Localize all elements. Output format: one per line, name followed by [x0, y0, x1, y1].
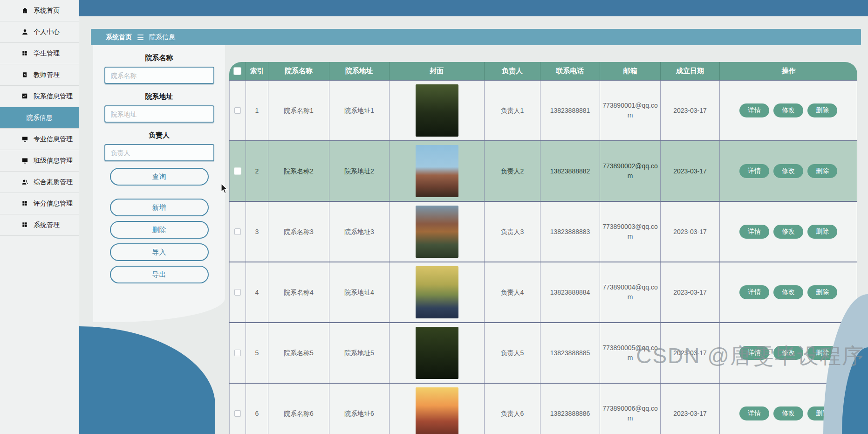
monitor-icon — [21, 136, 29, 143]
export-button[interactable]: 导出 — [110, 266, 209, 283]
detail-button[interactable]: 详情 — [739, 285, 769, 299]
detail-button[interactable]: 详情 — [739, 103, 769, 117]
table-row[interactable]: 2院系名称2院系地址2负责人213823888882773890002@qq.c… — [229, 140, 857, 201]
sidebar-item-label: 院系信息 — [27, 114, 53, 122]
dept-name: 院系名称5 — [268, 323, 329, 383]
table-row[interactable]: 1院系名称1院系地址1负责人113823888881773890001@qq.c… — [229, 80, 857, 140]
row-actions-cell: 详情修改删除 — [720, 81, 857, 140]
detail-button[interactable]: 详情 — [739, 164, 769, 178]
sidebar-item-1[interactable]: 系统首页 — [0, 0, 79, 21]
table-row[interactable]: 5院系名称5院系地址5负责人513823888885773890005@qq.c… — [229, 322, 857, 383]
sidebar-item-8[interactable]: 班级信息管理 — [0, 150, 79, 172]
dept-address: 院系地址2 — [329, 141, 390, 201]
dept-name: 院系名称6 — [268, 384, 329, 434]
dept-email: 773890005@qq.com — [600, 323, 661, 383]
row-delete-button[interactable]: 删除 — [807, 164, 837, 178]
row-actions-cell: 详情修改删除 — [720, 141, 857, 201]
detail-button[interactable]: 详情 — [739, 346, 769, 360]
breadcrumb-home-link[interactable]: 系统首页 — [106, 33, 132, 41]
edit-button[interactable]: 修改 — [773, 406, 803, 420]
dept-date: 2023-03-17 — [661, 262, 720, 322]
sidebar-item-label: 系统管理 — [34, 221, 60, 229]
dept-phone: 13823888882 — [540, 141, 600, 201]
row-delete-button[interactable]: 删除 — [807, 103, 837, 117]
dept-cover-cell — [390, 81, 485, 140]
row-checkbox-cell — [229, 81, 246, 140]
campus-photo-1[interactable] — [416, 84, 458, 137]
dept-email: 773890002@qq.com — [600, 141, 661, 201]
table-header-row: 索引院系名称院系地址封面负责人联系电话邮箱成立日期操作 — [229, 62, 857, 80]
row-delete-button[interactable]: 删除 — [807, 285, 837, 299]
row-checkbox[interactable] — [234, 410, 241, 417]
grid-icon — [21, 50, 29, 57]
clipboard-icon — [21, 71, 29, 79]
detail-button[interactable]: 详情 — [739, 225, 769, 239]
table-column-header: 成立日期 — [661, 62, 720, 80]
dept-manager-label: 负责人 — [93, 131, 225, 140]
campus-photo-6[interactable] — [416, 387, 458, 434]
edit-button[interactable]: 修改 — [773, 103, 803, 117]
dept-manager: 负责人5 — [485, 323, 540, 383]
dept-address: 院系地址1 — [329, 81, 390, 140]
sidebar-item-label: 班级信息管理 — [34, 157, 73, 165]
table-row[interactable]: 6院系名称6院系地址6负责人613823888886773890006@qq.c… — [229, 383, 857, 434]
top-bar — [79, 0, 868, 16]
edit-button[interactable]: 修改 — [773, 164, 803, 178]
table-column-header: 索引 — [246, 62, 268, 80]
dept-address: 院系地址5 — [329, 323, 390, 383]
dept-cover-cell — [390, 262, 485, 322]
import-button[interactable]: 导入 — [110, 243, 209, 261]
search-panel: 院系名称 院系地址 负责人 查询 新增 删除 导入 导出 — [93, 45, 225, 322]
dept-date: 2023-03-17 — [661, 202, 720, 262]
dept-manager-input[interactable] — [104, 144, 214, 161]
grid-icon — [21, 200, 29, 207]
sidebar-item-5[interactable]: 院系信息管理 — [0, 86, 79, 107]
row-checkbox[interactable] — [234, 350, 241, 356]
grid-icon — [21, 221, 29, 229]
row-delete-button[interactable]: 删除 — [807, 225, 837, 239]
campus-photo-4[interactable] — [416, 266, 458, 318]
row-checkbox[interactable] — [234, 228, 241, 235]
sidebar-item-3[interactable]: 学生管理 — [0, 43, 79, 64]
delete-button[interactable]: 删除 — [110, 221, 209, 239]
table-row[interactable]: 3院系名称3院系地址3负责人313823888883773890003@qq.c… — [229, 201, 857, 262]
row-index: 2 — [246, 141, 268, 201]
dept-cover-cell — [390, 202, 485, 262]
select-all-checkbox[interactable] — [234, 68, 241, 75]
sidebar-item-4[interactable]: 教师管理 — [0, 64, 79, 86]
row-checkbox-cell — [229, 141, 246, 201]
row-checkbox[interactable] — [234, 168, 241, 174]
sidebar-item-11[interactable]: 系统管理 — [0, 214, 79, 236]
dept-cover-cell — [390, 323, 485, 383]
edit-button[interactable]: 修改 — [773, 225, 803, 239]
row-checkbox[interactable] — [234, 107, 241, 114]
sidebar-item-9[interactable]: 综合素质管理 — [0, 172, 79, 193]
table-header-checkbox-cell — [229, 62, 246, 80]
sidebar-item-7[interactable]: 专业信息管理 — [0, 129, 79, 150]
row-checkbox[interactable] — [234, 289, 241, 296]
breadcrumb-current: 院系信息 — [149, 33, 175, 41]
detail-button[interactable]: 详情 — [739, 406, 769, 420]
add-button[interactable]: 新增 — [110, 199, 209, 216]
sidebar-item-6[interactable]: 院系信息 — [0, 107, 79, 129]
dept-address-input[interactable] — [104, 105, 214, 123]
row-index: 1 — [246, 81, 268, 140]
table-column-header: 负责人 — [485, 62, 540, 80]
campus-photo-2[interactable] — [416, 145, 458, 197]
dept-manager: 负责人2 — [485, 141, 540, 201]
dept-name: 院系名称4 — [268, 262, 329, 322]
dept-email: 773890001@qq.com — [600, 81, 661, 140]
dept-date: 2023-03-17 — [661, 141, 720, 201]
campus-photo-3[interactable] — [416, 206, 458, 258]
sidebar-item-label: 教师管理 — [34, 71, 60, 79]
edit-button[interactable]: 修改 — [773, 346, 803, 360]
campus-photo-5[interactable] — [416, 327, 458, 379]
dept-cover-cell — [390, 384, 485, 434]
sidebar-item-2[interactable]: 个人中心 — [0, 21, 79, 43]
dept-email: 773890003@qq.com — [600, 202, 661, 262]
query-button[interactable]: 查询 — [110, 168, 209, 186]
edit-button[interactable]: 修改 — [773, 285, 803, 299]
table-row[interactable]: 4院系名称4院系地址4负责人413823888884773890004@qq.c… — [229, 262, 857, 322]
sidebar-item-10[interactable]: 评分信息管理 — [0, 193, 79, 214]
dept-name-input[interactable] — [104, 67, 214, 84]
